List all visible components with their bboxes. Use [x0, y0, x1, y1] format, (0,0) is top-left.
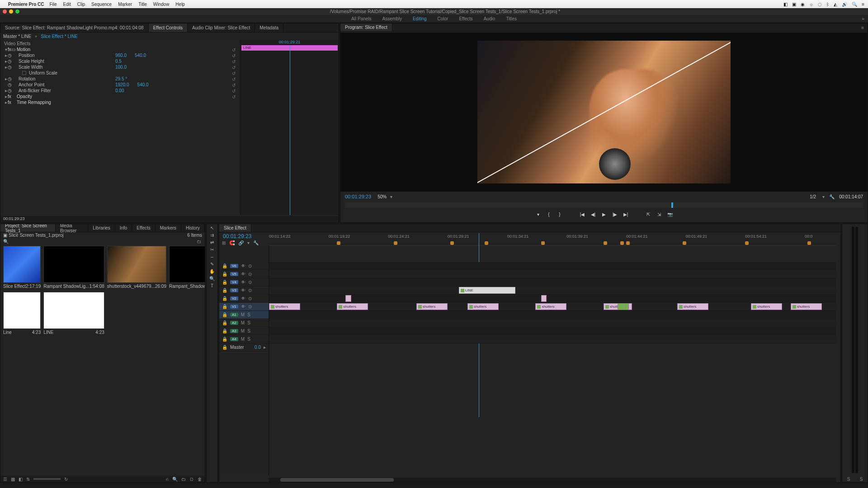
- menu-help[interactable]: Help: [175, 2, 185, 7]
- lock-icon[interactable]: 🔒: [222, 280, 227, 285]
- audio-clip-mixer-tab[interactable]: Audio Clip Mixer: Slice Effect: [188, 23, 255, 32]
- bin-thumbnail[interactable]: [169, 246, 205, 283]
- twirl-icon[interactable]: ▸: [4, 94, 8, 99]
- video-track-header[interactable]: 🔒V6👁⊙: [219, 262, 269, 270]
- zoom-tool-icon[interactable]: 🔍: [207, 275, 217, 282]
- auto-match-icon[interactable]: ⎌: [166, 477, 169, 482]
- anti-flicker-value[interactable]: 0.00: [115, 88, 124, 93]
- new-item-icon[interactable]: 🗋: [189, 477, 194, 482]
- twirl-icon[interactable]: ▸: [4, 76, 8, 81]
- new-bin-icon[interactable]: 🗀: [181, 477, 186, 482]
- timeline-marker[interactable]: [450, 241, 454, 245]
- track-label[interactable]: V6: [230, 264, 238, 268]
- sync-lock-icon[interactable]: ⊙: [248, 280, 252, 285]
- timeline-ruler[interactable]: 00:01:14:2200:01:19:2200:01:24:2100:01:2…: [269, 233, 836, 246]
- refresh-icon[interactable]: ↻: [64, 477, 68, 482]
- audio-track-header[interactable]: 🔒A3MS: [219, 327, 269, 335]
- mute-icon[interactable]: M: [241, 320, 245, 325]
- thumbnail-size-slider[interactable]: [33, 478, 61, 480]
- traffic-max-icon[interactable]: [15, 9, 19, 14]
- twirl-icon[interactable]: ▾: [4, 47, 8, 52]
- razor-tool-icon[interactable]: ✂: [207, 246, 217, 253]
- menu-clip[interactable]: Clip: [77, 2, 85, 7]
- lock-icon[interactable]: 🔒: [222, 345, 227, 350]
- reset-icon[interactable]: ↺: [232, 53, 236, 58]
- audio-track-header[interactable]: 🔒A1MS: [219, 311, 269, 319]
- ec-master-clip[interactable]: Master * LINE: [3, 34, 31, 39]
- reset-icon[interactable]: ↺: [232, 47, 236, 52]
- mute-icon[interactable]: M: [241, 328, 245, 333]
- mute-icon[interactable]: M: [241, 312, 245, 317]
- program-current-timecode[interactable]: 00:01:29:23: [345, 194, 371, 199]
- timeline-clip[interactable]: shutters: [677, 303, 708, 310]
- timeline-marker[interactable]: [807, 241, 811, 245]
- toggle-output-icon[interactable]: 👁: [241, 304, 245, 309]
- mute-icon[interactable]: M: [241, 337, 245, 342]
- track-label[interactable]: A4: [230, 337, 238, 341]
- program-zoom-value[interactable]: 50%: [377, 194, 387, 199]
- go-to-out-icon[interactable]: ▶|: [623, 211, 629, 217]
- source-monitor-tab[interactable]: Source: Slice Effect: Rampant ShadowLigh…: [0, 23, 149, 32]
- solo-right[interactable]: S: [860, 477, 863, 482]
- toggle-output-icon[interactable]: 👁: [241, 296, 245, 301]
- video-track-header[interactable]: 🔒V4👁⊙: [219, 278, 269, 286]
- track-label[interactable]: V4: [230, 280, 238, 284]
- workspace-tab[interactable]: Titles: [506, 16, 517, 21]
- timeline-marker[interactable]: [541, 241, 545, 245]
- video-track-lane[interactable]: LINE: [269, 286, 836, 295]
- program-resolution[interactable]: 1/2: [810, 194, 816, 199]
- menu-sequence[interactable]: Sequence: [91, 2, 112, 7]
- lock-icon[interactable]: 🔒: [222, 272, 227, 277]
- menu-edit[interactable]: Edit: [63, 2, 71, 7]
- type-tool-icon[interactable]: T: [207, 282, 217, 289]
- reset-icon[interactable]: ↺: [232, 71, 236, 75]
- reset-icon[interactable]: ↺: [232, 59, 236, 64]
- tray-icon[interactable]: ☼: [809, 2, 813, 7]
- menu-file[interactable]: File: [49, 2, 57, 7]
- wifi-icon[interactable]: ◭: [834, 2, 837, 7]
- ec-mini-timeline[interactable]: 00:01:29:21 LINE: [240, 40, 339, 215]
- timeline-marker[interactable]: [745, 241, 749, 245]
- video-track-header[interactable]: 🔒V5👁⊙: [219, 270, 269, 278]
- workspace-tab-active[interactable]: Editing: [413, 16, 427, 21]
- reset-icon[interactable]: ↺: [232, 94, 236, 99]
- lift-icon[interactable]: ⇱: [645, 211, 651, 217]
- project-bin-item[interactable]: LINE4:23: [43, 292, 104, 335]
- video-track-lane[interactable]: shuttersshuttersshuttersshuttersshutters…: [269, 303, 836, 311]
- menu-title[interactable]: Title: [138, 2, 147, 7]
- tray-icon[interactable]: ◧: [783, 2, 788, 7]
- timeline-timecode[interactable]: 00:01:29:23: [223, 233, 251, 239]
- master-track-header[interactable]: 🔒Master0.0▸: [219, 343, 269, 352]
- list-view-icon[interactable]: ☰: [3, 477, 7, 482]
- step-back-icon[interactable]: ◀|: [590, 211, 596, 217]
- stopwatch-icon[interactable]: ◷: [8, 59, 11, 64]
- lock-icon[interactable]: 🔒: [222, 320, 227, 325]
- time-remapping-label[interactable]: Time Remapping: [11, 100, 115, 105]
- sync-lock-icon[interactable]: ⊙: [248, 288, 252, 293]
- menu-icon[interactable]: ≡: [862, 2, 864, 7]
- panel-menu-icon[interactable]: ≡: [858, 23, 868, 31]
- timeline-clip[interactable]: shutters: [751, 303, 782, 310]
- project-bin-item[interactable]: shutterstock_v449679...26:09: [107, 246, 166, 289]
- timeline-marker[interactable]: [485, 241, 488, 245]
- video-track-lane[interactable]: [269, 270, 836, 278]
- solo-left[interactable]: S: [847, 477, 850, 482]
- timeline-clip[interactable]: shutters: [416, 303, 448, 310]
- bin-thumbnail[interactable]: [3, 292, 41, 329]
- volume-icon[interactable]: 🔊: [842, 2, 847, 7]
- ec-sequence-clip[interactable]: Slice Effect * LINE: [41, 34, 78, 39]
- slip-tool-icon[interactable]: ↔: [207, 253, 217, 260]
- resolution-dropdown-icon[interactable]: ▾: [822, 194, 825, 199]
- ripple-edit-tool-icon[interactable]: ⇄: [207, 239, 217, 246]
- video-track-header[interactable]: 🔒V3👁⊙: [219, 286, 269, 295]
- search-icon[interactable]: 🔍: [3, 239, 8, 244]
- video-track-header[interactable]: 🔒V1👁⊙: [219, 303, 269, 311]
- timeline-clip[interactable]: shutters: [791, 303, 822, 310]
- ec-playhead[interactable]: [290, 45, 290, 215]
- reset-icon[interactable]: ↺: [232, 83, 236, 87]
- go-to-in-icon[interactable]: |◀: [579, 211, 585, 217]
- timeline-marker[interactable]: [626, 241, 630, 245]
- audio-track-lane[interactable]: [269, 311, 836, 319]
- track-label[interactable]: A3: [230, 329, 238, 333]
- lock-icon[interactable]: 🔒: [222, 337, 227, 342]
